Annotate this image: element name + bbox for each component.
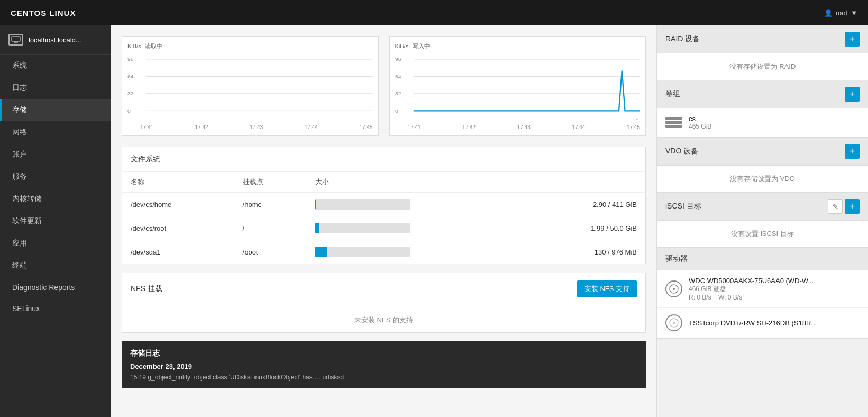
fs-row1-size: 1.99 / 50.0 GiB [524,216,645,240]
user-menu[interactable]: 👤 root ▼ [824,9,857,17]
fs-row0-size: 2.90 / 411 GiB [524,193,645,216]
vg-icon [665,117,682,128]
write-chart-label: 写入中 [413,43,430,49]
vdo-header: VDO 设备 + [657,138,868,166]
driver-item-0[interactable]: WDC WD5000AAKX-75U6AA0 (WD-W... 466 GiB … [657,270,868,308]
drive-disk-icon-1 [665,314,682,331]
sidebar-item-accounts[interactable]: 账户 [0,143,111,166]
fs-row1-bar [307,216,524,240]
table-row: /dev/sda1 /boot 130 / 976 MiB [122,240,645,264]
sidebar-item-system[interactable]: 系统 [0,55,111,77]
iscsi-header: iSCSI 目标 ✎ + [657,193,868,221]
vg-add-button[interactable]: + [845,87,860,102]
read-chart-area: 96 64 32 0 [127,53,373,122]
sidebar-item-updates[interactable]: 软件更新 [0,210,111,232]
raid-header: RAID 设备 + [657,25,868,53]
table-row: /dev/cs/home /home 2.90 / 411 GiB [122,193,645,216]
drivers-section: 驱动器 WDC WD5000AAKX-75U6AA0 (WD-W... 466 … [657,248,868,339]
driver-item-1[interactable]: TSSTcorp DVD+/-RW SH-216DB (S18R... [657,308,868,338]
svg-text:64: 64 [127,74,134,79]
svg-text:0: 0 [127,108,131,114]
sidebar-item-apps[interactable]: 应用 [0,232,111,255]
fs-row2-size: 130 / 976 MiB [524,240,645,264]
sidebar-item-selinux[interactable]: SELinux [0,298,111,319]
fs-row0-mount: /home [234,193,307,216]
driver-item-info-0: WDC WD5000AAKX-75U6AA0 (WD-W... 466 GiB … [689,277,814,301]
drivers-title: 驱动器 [665,254,688,264]
filesystem-header: 文件系统 [122,147,645,172]
raid-section: RAID 设备 + 没有存储设置为 RAID [657,25,868,80]
write-chart-x-labels: 17:4117:4217:4317:4417:45 [395,124,641,130]
install-nfs-button[interactable]: 安装 NFS 支持 [577,280,637,297]
user-icon: 👤 [824,9,833,17]
storage-log-date: December 23, 2019 [130,362,637,370]
fs-col-mount: 挂载点 [234,172,307,193]
vg-title: 卷组 [665,89,680,99]
nfs-empty-text: 未安装 NFS 的支持 [122,310,645,332]
right-panel: RAID 设备 + 没有存储设置为 RAID 卷组 + cs 465 GiB [656,25,868,417]
vg-item-info: cs 465 GiB [689,115,711,130]
sidebar-host[interactable]: localhost.locald... [0,25,111,55]
vdo-title: VDO 设备 [665,147,698,156]
read-chart-svg: 96 64 32 0 [127,53,373,122]
svg-rect-0 [12,37,20,41]
sidebar-item-terminal[interactable]: 终端 [0,255,111,277]
raid-title: RAID 设备 [665,34,700,44]
sidebar-item-logs[interactable]: 日志 [0,77,111,99]
sidebar-item-network[interactable]: 网络 [0,121,111,143]
main-content: KiB/s 读取中 96 64 32 0 [111,25,656,417]
read-chart-title: KiB/s 读取中 [127,42,373,50]
read-chart-label: 读取中 [145,43,162,49]
write-chart: KiB/s 写入中 96 64 32 0 [389,36,646,136]
svg-point-21 [673,288,675,290]
svg-text:96: 96 [395,56,401,62]
chevron-down-icon: ▼ [851,9,857,17]
sidebar-item-diagnostic[interactable]: Diagnostic Reports [0,277,111,298]
svg-text:0: 0 [395,108,398,114]
vg-item[interactable]: cs 465 GiB [657,108,868,137]
driver-item-size-0: 466 GiB 硬盘 [689,285,814,294]
storage-log-entry: 15:19 g_object_notify: object class 'UDi… [130,374,637,381]
nfs-top: NFS 挂载 安装 NFS 支持 [122,273,645,305]
fs-row1-mount: / [234,216,307,240]
driver-item-rw-0: R: 0 B/s W: 0 B/s [689,294,814,301]
filesystem-table: 名称 挂载点 大小 /dev/cs/home /home 2.90 / 411 … [122,172,645,264]
drive-disk-icon-0 [665,280,682,297]
sidebar-item-services[interactable]: 服务 [0,166,111,188]
fs-col-size-val [524,172,645,193]
volume-group-section: 卷组 + cs 465 GiB [657,80,868,138]
sidebar-item-kernel[interactable]: 内核转储 [0,188,111,210]
write-chart-svg: 96 64 32 0 ... [395,53,641,122]
nfs-label: NFS 挂载 [131,284,162,294]
storage-log-title: 存储日志 [130,349,637,358]
app-brand: CENTOS LINUX [11,8,76,17]
iscsi-add-button[interactable]: + [845,199,860,214]
sidebar-hostname: localhost.locald... [29,36,81,44]
raid-add-button[interactable]: + [845,32,860,47]
fs-row1-name: /dev/cs/root [122,216,234,240]
read-chart-x-labels: 17:4117:4217:4317:4417:45 [127,124,373,130]
iscsi-edit-button[interactable]: ✎ [828,199,843,214]
vdo-add-button[interactable]: + [845,144,860,159]
svg-point-23 [673,322,675,324]
fs-col-name: 名称 [122,172,234,193]
svg-text:32: 32 [127,90,134,96]
svg-text:32: 32 [395,90,401,96]
fs-row2-bar [307,240,524,264]
fs-col-size: 大小 [307,172,524,193]
read-chart: KiB/s 读取中 96 64 32 0 [122,36,379,136]
driver-item-name-0: WDC WD5000AAKX-75U6AA0 (WD-W... [689,277,814,285]
vg-header: 卷组 + [657,80,868,108]
vdo-section: VDO 设备 + 没有存储设置为 VDO [657,138,868,193]
svg-text:96: 96 [127,56,134,62]
sidebar-item-storage[interactable]: 存储 [0,99,111,121]
fs-row0-bar [307,193,524,216]
fs-row2-mount: /boot [234,240,307,264]
sidebar: localhost.locald... 系统 日志 存储 网络 账户 服务 内核… [0,25,111,417]
read-chart-unit: KiB/s [127,43,141,49]
driver-item-info-1: TSSTcorp DVD+/-RW SH-216DB (S18R... [689,319,817,327]
drivers-header: 驱动器 [657,248,868,270]
nfs-section: NFS 挂载 安装 NFS 支持 未安装 NFS 的支持 [122,273,646,333]
write-chart-title: KiB/s 写入中 [395,42,641,50]
svg-text:...: ... [634,115,638,121]
